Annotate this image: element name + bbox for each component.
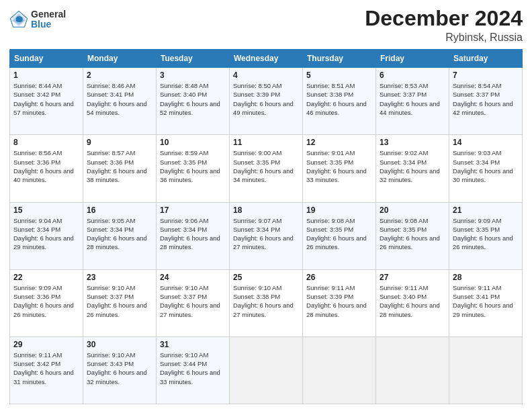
table-row: 10Sunrise: 8:59 AM Sunset: 3:35 PM Dayli… xyxy=(157,135,230,202)
day-number: 9 xyxy=(87,138,152,147)
week-row-1: 1Sunrise: 8:44 AM Sunset: 3:42 PM Daylig… xyxy=(10,68,523,135)
title-block: December 2024 Rybinsk, Russia xyxy=(365,7,523,44)
day-info: Sunrise: 8:56 AM Sunset: 3:36 PM Dayligh… xyxy=(13,148,79,184)
table-row: 22Sunrise: 9:09 AM Sunset: 3:36 PM Dayli… xyxy=(10,269,83,336)
day-number: 3 xyxy=(160,71,226,80)
table-row: 13Sunrise: 9:02 AM Sunset: 3:34 PM Dayli… xyxy=(376,135,449,202)
header: General Blue December 2024 Rybinsk, Russ… xyxy=(9,7,523,44)
table-row: 3Sunrise: 8:48 AM Sunset: 3:40 PM Daylig… xyxy=(157,68,230,135)
table-row: 5Sunrise: 8:51 AM Sunset: 3:38 PM Daylig… xyxy=(303,68,376,135)
day-info: Sunrise: 9:03 AM Sunset: 3:34 PM Dayligh… xyxy=(453,148,519,184)
day-number: 25 xyxy=(233,273,299,282)
day-number: 20 xyxy=(380,205,445,215)
day-number: 14 xyxy=(453,138,519,147)
table-row: 8Sunrise: 8:56 AM Sunset: 3:36 PM Daylig… xyxy=(10,135,83,202)
title-location: Rybinsk, Russia xyxy=(365,32,523,44)
table-row: 19Sunrise: 9:08 AM Sunset: 3:35 PM Dayli… xyxy=(303,202,376,269)
table-row: 15Sunrise: 9:04 AM Sunset: 3:34 PM Dayli… xyxy=(10,202,83,269)
table-row: 1Sunrise: 8:44 AM Sunset: 3:42 PM Daylig… xyxy=(10,68,83,135)
day-info: Sunrise: 9:01 AM Sunset: 3:35 PM Dayligh… xyxy=(306,148,372,184)
day-number: 5 xyxy=(306,71,372,80)
day-number: 17 xyxy=(160,205,226,215)
table-row xyxy=(230,336,303,404)
day-info: Sunrise: 9:05 AM Sunset: 3:34 PM Dayligh… xyxy=(87,216,152,252)
table-row: 17Sunrise: 9:06 AM Sunset: 3:34 PM Dayli… xyxy=(157,202,230,269)
week-row-3: 15Sunrise: 9:04 AM Sunset: 3:34 PM Dayli… xyxy=(10,202,523,269)
day-number: 11 xyxy=(233,138,299,147)
title-month: December 2024 xyxy=(365,7,523,30)
table-row: 25Sunrise: 9:10 AM Sunset: 3:38 PM Dayli… xyxy=(230,269,303,336)
table-row: 30Sunrise: 9:10 AM Sunset: 3:43 PM Dayli… xyxy=(83,336,157,404)
day-number: 22 xyxy=(13,273,79,282)
day-number: 29 xyxy=(13,340,79,349)
table-row: 21Sunrise: 9:09 AM Sunset: 3:35 PM Dayli… xyxy=(449,202,523,269)
table-row: 12Sunrise: 9:01 AM Sunset: 3:35 PM Dayli… xyxy=(303,135,376,202)
day-number: 18 xyxy=(233,205,299,215)
day-number: 6 xyxy=(380,71,445,80)
day-info: Sunrise: 9:11 AM Sunset: 3:40 PM Dayligh… xyxy=(380,283,445,319)
col-tuesday: Tuesday xyxy=(157,50,230,68)
day-info: Sunrise: 8:57 AM Sunset: 3:36 PM Dayligh… xyxy=(87,148,152,184)
week-row-4: 22Sunrise: 9:09 AM Sunset: 3:36 PM Dayli… xyxy=(10,269,523,336)
day-number: 1 xyxy=(13,71,79,80)
table-row: 11Sunrise: 9:00 AM Sunset: 3:35 PM Dayli… xyxy=(230,135,303,202)
day-info: Sunrise: 9:11 AM Sunset: 3:41 PM Dayligh… xyxy=(453,283,519,319)
day-info: Sunrise: 8:51 AM Sunset: 3:38 PM Dayligh… xyxy=(306,81,372,117)
day-number: 13 xyxy=(380,138,445,147)
calendar-table: Sunday Monday Tuesday Wednesday Thursday… xyxy=(9,49,523,404)
table-row: 16Sunrise: 9:05 AM Sunset: 3:34 PM Dayli… xyxy=(83,202,157,269)
day-number: 10 xyxy=(160,138,226,147)
day-number: 30 xyxy=(87,340,152,349)
day-info: Sunrise: 9:08 AM Sunset: 3:35 PM Dayligh… xyxy=(306,216,372,252)
day-info: Sunrise: 8:53 AM Sunset: 3:37 PM Dayligh… xyxy=(380,81,445,117)
day-info: Sunrise: 9:11 AM Sunset: 3:42 PM Dayligh… xyxy=(13,351,79,386)
day-info: Sunrise: 8:48 AM Sunset: 3:40 PM Dayligh… xyxy=(160,81,226,117)
day-number: 21 xyxy=(453,205,519,215)
day-info: Sunrise: 9:10 AM Sunset: 3:44 PM Dayligh… xyxy=(160,351,226,386)
col-wednesday: Wednesday xyxy=(230,50,303,68)
day-info: Sunrise: 8:54 AM Sunset: 3:37 PM Dayligh… xyxy=(453,81,519,117)
table-row: 18Sunrise: 9:07 AM Sunset: 3:34 PM Dayli… xyxy=(230,202,303,269)
table-row: 28Sunrise: 9:11 AM Sunset: 3:41 PM Dayli… xyxy=(449,269,523,336)
table-row xyxy=(449,336,523,404)
table-row: 27Sunrise: 9:11 AM Sunset: 3:40 PM Dayli… xyxy=(376,269,449,336)
table-row: 7Sunrise: 8:54 AM Sunset: 3:37 PM Daylig… xyxy=(449,68,523,135)
col-sunday: Sunday xyxy=(10,50,83,68)
day-info: Sunrise: 9:07 AM Sunset: 3:34 PM Dayligh… xyxy=(233,216,299,252)
day-number: 23 xyxy=(87,273,152,282)
logo: General Blue xyxy=(9,9,66,30)
day-info: Sunrise: 9:10 AM Sunset: 3:37 PM Dayligh… xyxy=(160,283,226,319)
logo-icon xyxy=(9,10,28,29)
day-info: Sunrise: 9:06 AM Sunset: 3:34 PM Dayligh… xyxy=(160,216,226,252)
day-number: 12 xyxy=(306,138,372,147)
header-row: Sunday Monday Tuesday Wednesday Thursday… xyxy=(10,50,523,68)
table-row: 29Sunrise: 9:11 AM Sunset: 3:42 PM Dayli… xyxy=(10,336,83,404)
day-info: Sunrise: 9:10 AM Sunset: 3:37 PM Dayligh… xyxy=(87,283,152,319)
table-row: 6Sunrise: 8:53 AM Sunset: 3:37 PM Daylig… xyxy=(376,68,449,135)
day-info: Sunrise: 9:09 AM Sunset: 3:36 PM Dayligh… xyxy=(13,283,79,319)
week-row-2: 8Sunrise: 8:56 AM Sunset: 3:36 PM Daylig… xyxy=(10,135,523,202)
day-info: Sunrise: 9:08 AM Sunset: 3:35 PM Dayligh… xyxy=(380,216,445,252)
day-number: 16 xyxy=(87,205,152,215)
logo-text: General Blue xyxy=(31,9,66,30)
day-number: 8 xyxy=(13,138,79,147)
day-number: 4 xyxy=(233,71,299,80)
day-number: 28 xyxy=(453,273,519,282)
day-number: 2 xyxy=(87,71,152,80)
table-row: 4Sunrise: 8:50 AM Sunset: 3:39 PM Daylig… xyxy=(230,68,303,135)
day-number: 26 xyxy=(306,273,372,282)
day-number: 7 xyxy=(453,71,519,80)
table-row: 31Sunrise: 9:10 AM Sunset: 3:44 PM Dayli… xyxy=(157,336,230,404)
day-info: Sunrise: 9:00 AM Sunset: 3:35 PM Dayligh… xyxy=(233,148,299,184)
day-info: Sunrise: 8:46 AM Sunset: 3:41 PM Dayligh… xyxy=(87,81,152,117)
day-info: Sunrise: 9:11 AM Sunset: 3:39 PM Dayligh… xyxy=(306,283,372,319)
col-monday: Monday xyxy=(83,50,157,68)
day-info: Sunrise: 8:44 AM Sunset: 3:42 PM Dayligh… xyxy=(13,81,79,117)
table-row: 24Sunrise: 9:10 AM Sunset: 3:37 PM Dayli… xyxy=(157,269,230,336)
table-row: 2Sunrise: 8:46 AM Sunset: 3:41 PM Daylig… xyxy=(83,68,157,135)
day-info: Sunrise: 9:10 AM Sunset: 3:38 PM Dayligh… xyxy=(233,283,299,319)
logo-general-text: General xyxy=(31,9,66,19)
day-number: 31 xyxy=(160,340,226,349)
day-info: Sunrise: 9:10 AM Sunset: 3:43 PM Dayligh… xyxy=(87,351,152,386)
day-number: 15 xyxy=(13,205,79,215)
